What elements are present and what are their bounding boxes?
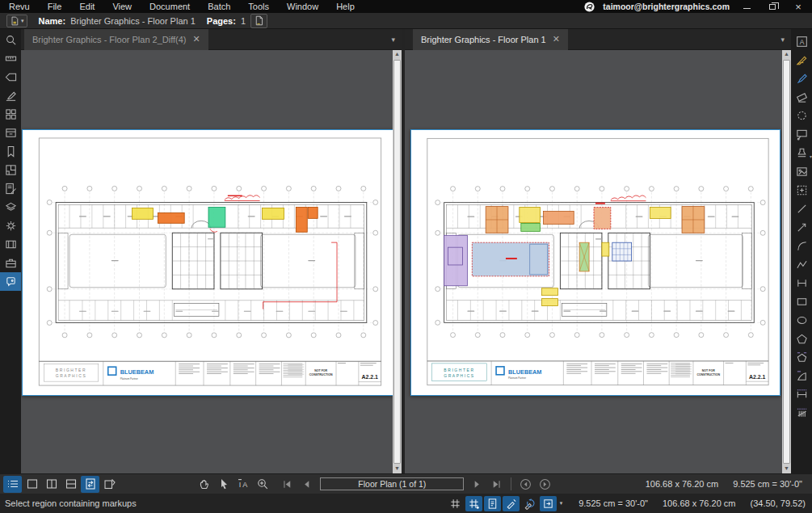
first-page-button[interactable] — [278, 476, 297, 493]
tool-line[interactable] — [791, 200, 812, 218]
scroll-up-icon[interactable]: ▲ — [784, 50, 789, 59]
sidebar-item-layers[interactable] — [0, 198, 21, 217]
eraser-icon — [796, 91, 808, 103]
menu-batch[interactable]: Batch — [199, 0, 239, 13]
menu-revu[interactable]: Revu — [0, 0, 39, 13]
left-document-tab[interactable]: Brighter Graphics - Floor Plan 2_Diff(4)… — [24, 29, 208, 50]
window-minimize-button[interactable] — [738, 1, 755, 12]
left-vertical-scrollbar[interactable]: ▲ ▼ — [393, 50, 402, 473]
tool-dimension[interactable] — [791, 274, 812, 292]
tool-ellipse[interactable] — [791, 311, 812, 330]
select-text-tool-button[interactable]: IA — [234, 476, 252, 493]
tab-list-chevron-icon[interactable]: ▾ — [391, 36, 395, 44]
tool-sketch[interactable] — [791, 51, 812, 69]
left-canvas[interactable]: BRIGHTERGRAPHICSBLUEBEAMPlatinum Partner… — [21, 50, 402, 473]
tool-pen[interactable] — [791, 69, 812, 88]
tool-callout[interactable] — [791, 125, 812, 144]
tab-list-chevron-icon[interactable]: ▾ — [780, 36, 785, 44]
tool-count[interactable] — [791, 404, 812, 423]
menu-window[interactable]: Window — [278, 0, 327, 13]
maximize-icon — [769, 4, 776, 10]
svg-text:A2.2.1: A2.2.1 — [362, 374, 379, 380]
close-icon[interactable]: ✕ — [193, 34, 200, 44]
snap-markup-icon — [505, 498, 517, 510]
tool-arrow[interactable] — [791, 218, 812, 237]
cursor-tool-button[interactable] — [214, 476, 233, 493]
markup-list-toggle-button[interactable] — [3, 476, 22, 493]
sidebar-item-media[interactable] — [0, 235, 21, 254]
sidebar-item-signature[interactable] — [0, 86, 21, 105]
tool-snapshot[interactable] — [791, 181, 812, 200]
pane-split-horizontal-button[interactable] — [61, 476, 80, 493]
svg-text:NOT FOR: NOT FOR — [702, 369, 715, 372]
menu-tools[interactable]: Tools — [239, 0, 278, 13]
scroll-down-icon[interactable]: ▼ — [784, 465, 789, 473]
tool-polyline[interactable] — [791, 255, 812, 274]
menu-help[interactable]: Help — [327, 0, 364, 13]
menu-document[interactable]: Document — [141, 0, 199, 13]
grid-toggle[interactable] — [447, 496, 464, 511]
sidebar-item-measurements[interactable] — [0, 49, 21, 68]
sidebar-item-properties[interactable] — [0, 68, 21, 86]
close-icon[interactable]: ✕ — [553, 34, 560, 44]
next-page-button[interactable] — [468, 476, 486, 493]
tool-diameter[interactable] — [791, 385, 812, 404]
pane-split-vertical-button[interactable] — [42, 476, 61, 493]
tool-slope[interactable] — [791, 367, 812, 385]
sidebar-item-file-access[interactable] — [0, 124, 21, 142]
tool-image[interactable] — [791, 162, 812, 181]
tool-eraser[interactable] — [791, 88, 812, 107]
sidebar-item-markups-list[interactable] — [0, 179, 21, 198]
pane-single-button[interactable] — [23, 476, 41, 493]
snap-content-toggle[interactable] — [484, 496, 501, 511]
chevron-down-icon[interactable]: ▾ — [560, 500, 563, 507]
sync-status-toggle[interactable] — [540, 496, 557, 511]
reuse-tool-toggle[interactable] — [521, 496, 538, 511]
previous-view-button[interactable] — [516, 476, 535, 493]
right-canvas[interactable]: BRIGHTERGRAPHICSBLUEBEAMPlatinum Partner… — [405, 50, 791, 473]
tool-rectangle[interactable] — [791, 292, 812, 311]
left-scroll-thumb[interactable] — [393, 60, 401, 464]
menu-edit[interactable]: Edit — [70, 0, 103, 13]
right-scroll-thumb[interactable] — [783, 60, 790, 464]
snap-markup-toggle[interactable] — [503, 496, 520, 511]
split-doc-button[interactable] — [100, 476, 119, 493]
menu-file[interactable]: File — [39, 0, 71, 13]
right-document-tab[interactable]: Brighter Graphics - Floor Plan 1 ✕ — [413, 29, 568, 50]
tool-polygon[interactable] — [791, 330, 812, 348]
hand-tool-button[interactable] — [195, 476, 213, 493]
sidebar-item-studio[interactable] — [0, 272, 21, 291]
right-vertical-scrollbar[interactable]: ▲ ▼ — [782, 50, 791, 473]
left-panel-bar — [0, 29, 21, 473]
left-page[interactable]: BRIGHTERGRAPHICSBLUEBEAMPlatinum Partner… — [22, 129, 393, 396]
scroll-up-icon[interactable]: ▲ — [394, 50, 400, 59]
sidebar-item-bookmarks[interactable] — [0, 142, 21, 161]
sidebar-item-thumbnails[interactable] — [0, 105, 21, 124]
tool-stamp[interactable]: ▾ — [791, 144, 812, 162]
sidebar-item-search[interactable] — [0, 31, 21, 49]
window-maximize-button[interactable] — [764, 1, 781, 12]
tool-lasso[interactable] — [791, 107, 812, 125]
sync-views-button[interactable] — [81, 476, 99, 493]
sidebar-item-spaces[interactable] — [0, 161, 21, 179]
sidebar-item-tool-chest[interactable] — [0, 254, 21, 272]
tool-text-box[interactable]: A — [791, 32, 812, 51]
tool-arc[interactable] — [791, 237, 812, 255]
sidebar-item-settings[interactable] — [0, 217, 21, 235]
next-view-button[interactable] — [536, 476, 554, 493]
properties-icon — [5, 71, 17, 83]
right-page[interactable]: BRIGHTERGRAPHICSBLUEBEAMPlatinum Partner… — [410, 129, 780, 396]
scroll-down-icon[interactable]: ▼ — [394, 465, 400, 473]
last-page-button[interactable] — [487, 476, 506, 493]
page-setup-button[interactable] — [250, 14, 267, 28]
file-menu-dropdown-button[interactable]: ▾ — [6, 15, 27, 27]
menu-view[interactable]: View — [103, 0, 141, 13]
pages-value: 1 — [241, 16, 246, 26]
right-tab-bar: Brighter Graphics - Floor Plan 1 ✕ ▾ — [405, 29, 791, 50]
window-close-button[interactable]: × — [789, 1, 807, 12]
page-nav-box[interactable]: Floor Plan (1 of 1) — [320, 477, 464, 490]
snap-grid-toggle[interactable] — [465, 496, 482, 511]
previous-page-button[interactable] — [297, 476, 316, 493]
tool-area-measure[interactable] — [791, 348, 812, 367]
zoom-tool-button[interactable] — [253, 476, 271, 493]
